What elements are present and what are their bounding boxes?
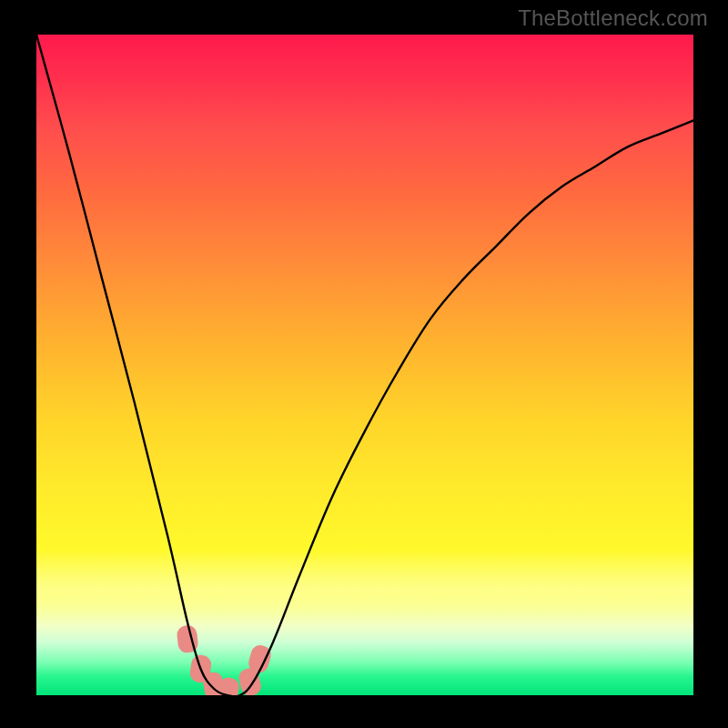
bottleneck-curve [36, 35, 693, 695]
watermark-label: TheBottleneck.com [518, 5, 708, 31]
curve-layer [36, 35, 693, 695]
plot-area [36, 35, 693, 695]
chart-frame: TheBottleneck.com [0, 0, 728, 728]
